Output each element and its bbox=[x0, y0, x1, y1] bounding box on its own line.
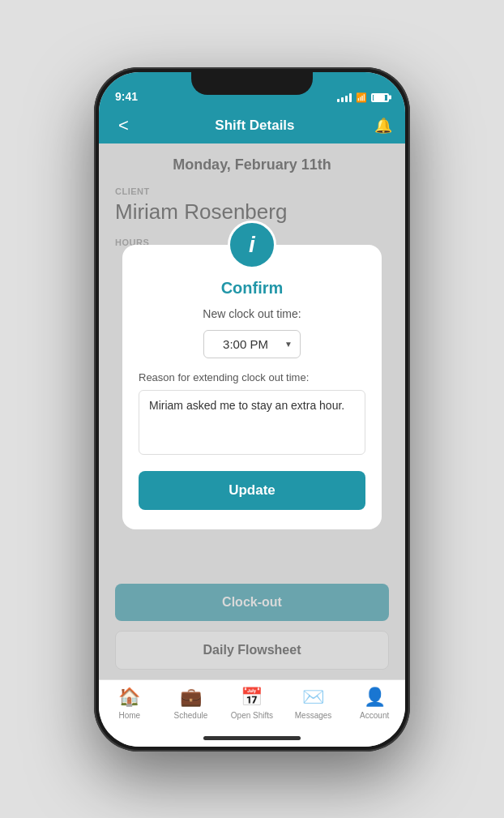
page-title: Shift Details bbox=[215, 118, 294, 134]
messages-icon: ✉️ bbox=[302, 687, 324, 708]
tab-schedule[interactable]: 💼 Schedule bbox=[160, 687, 222, 720]
battery-icon bbox=[371, 93, 389, 102]
phone-screen: 9:41 📶 < Shift Details bbox=[99, 72, 405, 747]
account-icon: 👤 bbox=[364, 687, 386, 708]
tab-home-label: Home bbox=[118, 711, 140, 720]
wifi-icon: 📶 bbox=[356, 92, 367, 103]
phone-wrapper: 9:41 📶 < Shift Details bbox=[0, 0, 504, 818]
reason-label: Reason for extending clock out time: bbox=[122, 371, 382, 383]
home-indicator bbox=[203, 736, 301, 740]
modal-icon-wrapper: i bbox=[122, 221, 382, 269]
notch bbox=[191, 72, 313, 95]
modal-icon-letter: i bbox=[249, 232, 255, 258]
tab-open-shifts-label: Open Shifts bbox=[231, 711, 273, 720]
status-icons: 📶 bbox=[337, 92, 389, 103]
schedule-icon: 💼 bbox=[180, 687, 202, 708]
tab-account[interactable]: 👤 Account bbox=[344, 687, 405, 720]
time-select-container: 3:00 PM 1:00 PM 2:00 PM 4:00 PM 5:00 PM bbox=[203, 330, 301, 358]
modal-title: Confirm bbox=[122, 279, 382, 298]
time-select[interactable]: 3:00 PM 1:00 PM 2:00 PM 4:00 PM 5:00 PM bbox=[203, 330, 301, 358]
modal-dialog: i Confirm New clock out time: 3:00 PM 1:… bbox=[122, 245, 382, 529]
bell-icon[interactable]: 🔔 bbox=[374, 117, 392, 135]
tab-messages[interactable]: ✉️ Messages bbox=[283, 687, 344, 720]
open-shifts-icon: 📅 bbox=[241, 687, 263, 708]
update-button[interactable]: Update bbox=[139, 471, 365, 510]
tab-open-shifts[interactable]: 📅 Open Shifts bbox=[221, 687, 283, 720]
modal-overlay: i Confirm New clock out time: 3:00 PM 1:… bbox=[99, 143, 405, 679]
home-icon: 🏠 bbox=[118, 687, 140, 708]
tab-messages-label: Messages bbox=[295, 711, 332, 720]
tab-schedule-label: Schedule bbox=[174, 711, 208, 720]
status-time: 9:41 bbox=[115, 90, 138, 103]
back-button[interactable]: < bbox=[112, 112, 135, 139]
time-select-wrapper: 3:00 PM 1:00 PM 2:00 PM 4:00 PM 5:00 PM bbox=[122, 330, 382, 358]
screen-body: Monday, February 11th CLIENT Miriam Rose… bbox=[99, 143, 405, 679]
modal-info-icon: i bbox=[228, 221, 276, 269]
tab-account-label: Account bbox=[360, 711, 389, 720]
modal-subtitle: New clock out time: bbox=[122, 307, 382, 320]
nav-header: < Shift Details 🔔 bbox=[99, 108, 405, 143]
reason-textarea[interactable]: Miriam asked me to stay an extra hour. bbox=[139, 390, 365, 455]
signal-bars-icon bbox=[337, 92, 352, 102]
tab-home[interactable]: 🏠 Home bbox=[99, 687, 160, 720]
phone-frame: 9:41 📶 < Shift Details bbox=[94, 67, 410, 752]
